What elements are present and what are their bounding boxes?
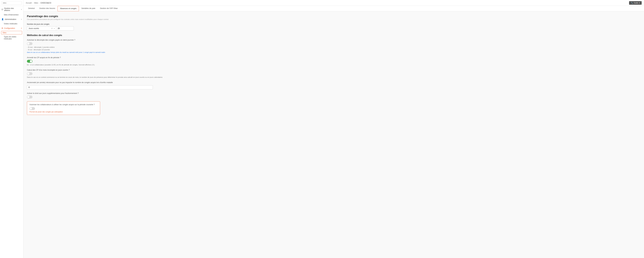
anciennete-input[interactable] [27, 85, 153, 89]
autoriser-label: Autoriser les collaborateurs à utiliser … [30, 104, 98, 106]
sidebar-item-types-visites[interactable]: Types de visites médicales [0, 35, 23, 41]
sidebar-item-label: Configuration [4, 27, 15, 29]
wrench-icon: 🔧 [631, 2, 633, 4]
breadcrumb-accueil[interactable]: Accueil [26, 2, 32, 4]
demi-journee-hint1: - Si non : décompte 1 journée entière - … [27, 46, 640, 54]
nombre-jours-row: Jours ouvrés ✕ ▾ [27, 26, 640, 31]
anciennete-group: Ancienneté (en année) nécessaire pour ne… [27, 82, 640, 89]
clear-button[interactable]: ✕ [51, 27, 53, 30]
gear-icon: ⚙ [2, 27, 3, 29]
demi-journee-toggle[interactable] [27, 42, 32, 45]
anciennete-label: Ancienneté (en année) nécessaire pour ne… [27, 82, 640, 84]
demi-journee-label: Autoriser le décompte des congés payés e… [27, 39, 640, 41]
calcul-cp-toggle-wrapper [27, 72, 640, 75]
tabs-bar: Général Gestion des heures Absences et c… [24, 6, 644, 11]
nombre-jours-label: Nombre de jours de congés [27, 23, 640, 25]
topbar: Accueil › Sites › CHOCO&CO 🔧 Outils ▾ [24, 0, 644, 6]
content-area: Paramétrage des congés Ces paramètres pe… [24, 11, 644, 258]
checkbox-icon: ☑ [2, 8, 3, 11]
demi-journee-group: Autoriser le décompte des congés payés e… [27, 39, 640, 54]
activer-droit-group: Activer le droit aux jours supplémentair… [27, 92, 640, 98]
dropdown-arrow-icon: ▾ [54, 28, 54, 29]
sidebar: ☑ Gestion des affaires ▾ Sites d'interve… [0, 0, 24, 258]
toggle-thumb [27, 73, 30, 75]
arrondir-toggle-wrapper [27, 60, 640, 63]
sidebar-sub-label: Visites médicales [4, 23, 17, 25]
toggle-thumb [30, 60, 32, 62]
chevron-down-icon: ▾ [21, 19, 22, 20]
breadcrumb-sep-1: › [32, 2, 33, 4]
sidebar-sub-label: Sites [2, 32, 6, 34]
demi-journee-toggle-wrapper [27, 42, 640, 45]
person-icon: 👤 [2, 18, 4, 20]
breadcrumb-sites[interactable]: Sites [34, 2, 38, 4]
sidebar-item-label: Gestion des affaires [4, 7, 20, 12]
parametrage-title: Paramétrage des congés [27, 15, 640, 18]
search-input[interactable] [2, 1, 22, 5]
sidebar-item-sites-intervention[interactable]: Sites d'intervention [0, 13, 23, 17]
calcul-cp-toggle[interactable] [27, 72, 32, 75]
sidebar-item-configuration[interactable]: ⚙ Configuration ▾ [0, 26, 23, 31]
tools-button[interactable]: 🔧 Outils ▾ [629, 1, 642, 5]
jours-ouvres-value: Jours ouvrés [28, 27, 39, 30]
tab-general[interactable]: Général [26, 6, 37, 11]
breadcrumb-current: CHOCO&CO [40, 2, 51, 4]
autoriser-toggle[interactable] [30, 107, 35, 110]
arrondir-label: Arrondir les CP acquis en fin de période… [27, 57, 640, 59]
tab-gestion-api-silae[interactable]: Gestion de l'API Silae [98, 6, 120, 11]
autoriser-toggle-wrapper [30, 107, 98, 110]
tab-variables-paie[interactable]: Variables de paie [79, 6, 98, 11]
sidebar-item-sites[interactable]: Sites [1, 31, 22, 35]
sidebar-item-gestion-affaires[interactable]: ☑ Gestion des affaires ▾ [0, 6, 23, 13]
tools-label: Outils [634, 2, 638, 4]
activer-droit-toggle[interactable] [27, 96, 32, 98]
methodes-title: Méthodes de calcul des congés [27, 34, 640, 37]
sidebar-item-administration[interactable]: 👤 Administration ▾ [0, 17, 23, 22]
activer-droit-label: Activer le droit aux jours supplémentair… [27, 92, 640, 94]
sidebar-sub-label: Sites d'intervention [4, 14, 18, 16]
arrondir-hint: Ex : si un collaborateur possède 12.65 j… [27, 64, 640, 66]
autoriser-hint: Permet de poser des congés par anticipat… [30, 111, 98, 113]
breadcrumb: Accueil › Sites › CHOCO&CO [26, 2, 51, 4]
arrondir-group: Arrondir les CP acquis en fin de période… [27, 57, 640, 66]
tab-absences-conges[interactable]: Absences et congés [58, 6, 79, 11]
sidebar-item-label: Administration [5, 18, 16, 20]
tab-gestion-heures[interactable]: Gestion des heures [37, 6, 57, 11]
calcul-cp-hint: Dans le cas où un contrat commence ou se… [27, 76, 640, 79]
chevron-down-icon: ▾ [21, 27, 22, 29]
sidebar-sub-label: Types de visites médicales [4, 36, 16, 40]
arrondir-toggle[interactable] [27, 60, 32, 63]
toggle-thumb [27, 43, 30, 45]
calcul-cp-label: Calcul des CP d'un mois incomplet en jou… [27, 69, 640, 71]
activer-droit-toggle-wrapper [27, 96, 640, 98]
jours-count-input[interactable] [56, 26, 74, 31]
nombre-jours-group: Nombre de jours de congés Jours ouvrés ✕… [27, 23, 640, 31]
jours-ouvres-select[interactable]: Jours ouvrés ✕ ▾ [27, 26, 56, 31]
parametrage-subtitle: Ces paramètres permettent de pré-configu… [27, 19, 640, 20]
sidebar-search-wrapper [0, 0, 23, 6]
chevron-down-icon: ▾ [639, 2, 640, 4]
chevron-down-icon: ▾ [21, 9, 22, 10]
calcul-cp-group: Calcul des CP d'un mois incomplet en jou… [27, 69, 640, 79]
breadcrumb-sep-2: › [39, 2, 40, 4]
autoriser-box: Autoriser les collaborateurs à utiliser … [27, 101, 100, 115]
sidebar-item-visites-medicales[interactable]: Visites médicales [0, 22, 23, 26]
main-area: Accueil › Sites › CHOCO&CO 🔧 Outils ▾ Gé… [24, 0, 644, 258]
